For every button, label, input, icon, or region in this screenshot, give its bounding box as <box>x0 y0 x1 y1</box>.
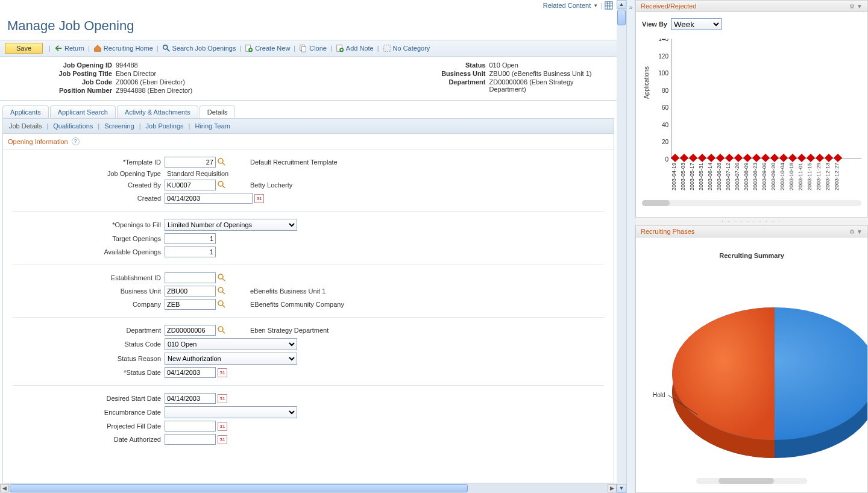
created-by-input[interactable] <box>165 180 216 190</box>
gear-icon[interactable]: ⚙ ▼ <box>849 228 863 235</box>
business-unit-label: Business Unit <box>309 70 489 77</box>
svg-rect-12 <box>302 47 306 52</box>
panel-recruiting-phases-header: Recruiting Phases ⚙ ▼ <box>635 225 868 237</box>
scroll-up-arrow[interactable]: ▲ <box>617 0 626 9</box>
lookup-icon[interactable] <box>218 326 226 334</box>
business-unit-form-label: Business Unit <box>8 287 165 295</box>
position-number-label: Position Number <box>7 87 116 94</box>
status-date-input[interactable] <box>165 367 216 378</box>
status-date-label: *Status Date <box>8 369 165 376</box>
created-label: Created <box>8 195 165 202</box>
scroll-right-arrow[interactable]: ▶ <box>608 484 617 492</box>
no-category-link[interactable]: No Category <box>383 44 430 52</box>
panel-resize-handle[interactable]: · · · · · · · · · · <box>635 218 868 225</box>
business-unit-input[interactable] <box>165 286 216 297</box>
recruiting-home-link[interactable]: Recruiting Home <box>93 44 153 52</box>
target-openings-label: Target Openings <box>8 235 165 242</box>
chart1-plot-area <box>671 39 861 159</box>
lookup-icon[interactable] <box>218 300 226 309</box>
create-new-icon <box>245 44 253 52</box>
lookup-icon[interactable] <box>218 158 226 166</box>
hscroll-thumb[interactable] <box>10 484 468 492</box>
encumbrance-select[interactable] <box>165 406 297 418</box>
subtab-qualifications[interactable]: Qualifications <box>53 122 93 130</box>
available-openings-input[interactable] <box>165 246 216 257</box>
collapse-panel-icon[interactable]: » <box>629 4 632 11</box>
tab-applicant-search[interactable]: Applicant Search <box>50 105 116 118</box>
scroll-left-arrow[interactable]: ◀ <box>0 484 9 492</box>
search-job-openings-link[interactable]: Search Job Openings <box>162 44 236 52</box>
save-button[interactable]: Save <box>5 43 43 54</box>
calendar-icon[interactable]: 31 <box>218 435 227 444</box>
grid-icon[interactable] <box>605 1 613 10</box>
return-link[interactable]: Return <box>54 44 84 52</box>
lookup-icon[interactable] <box>218 181 226 189</box>
status-reason-select[interactable]: New Authorization <box>165 353 297 365</box>
help-icon[interactable]: ? <box>72 137 80 145</box>
home-icon <box>93 44 102 52</box>
page-title: Manage Job Opening <box>0 11 617 40</box>
return-arrow-icon <box>54 44 63 52</box>
chart2-hscroll[interactable] <box>696 478 807 484</box>
create-new-link[interactable]: Create New <box>245 44 290 52</box>
scroll-thumb[interactable] <box>617 10 626 25</box>
subtab-hiring-team[interactable]: Hiring Team <box>195 122 230 130</box>
tab-activity-attachments[interactable]: Activity & Attachments <box>117 105 198 118</box>
add-note-icon <box>336 44 344 52</box>
scroll-down-arrow[interactable]: ▼ <box>617 484 626 493</box>
related-content-link[interactable]: Related Content <box>543 2 591 9</box>
clone-link[interactable]: Clone <box>299 44 327 52</box>
openings-to-fill-select[interactable]: Limited Number of Openings <box>165 219 297 231</box>
calendar-icon[interactable]: 31 <box>218 422 227 431</box>
chart1-data-points <box>672 155 861 162</box>
applications-chart: Applications 020406080100120140 2003-04-… <box>642 39 861 195</box>
subtab-job-postings[interactable]: Job Postings <box>146 122 184 130</box>
calendar-icon[interactable]: 31 <box>218 394 227 403</box>
panel2-title: Recruiting Phases <box>641 228 694 235</box>
subtab-screening[interactable]: Screening <box>104 122 134 130</box>
department-value: ZD00000006 (Eben Strategy Department) <box>489 78 610 93</box>
gear-icon[interactable]: ⚙ ▼ <box>849 3 863 10</box>
lookup-icon[interactable] <box>218 287 226 295</box>
created-by-label: Created By <box>8 181 165 189</box>
target-openings-input[interactable] <box>165 233 216 244</box>
created-input[interactable] <box>165 193 253 204</box>
svg-line-29 <box>222 331 225 333</box>
establishment-id-input[interactable] <box>165 272 216 283</box>
status-reason-label: Status Reason <box>8 355 165 362</box>
department-input[interactable] <box>165 325 216 336</box>
chevron-down-icon[interactable]: ▼ <box>593 3 598 8</box>
job-opening-type-label: Job Opening Type <box>8 170 165 177</box>
job-opening-id-label: Job Opening ID <box>7 61 116 69</box>
date-authorized-label: Date Authorized <box>8 436 165 443</box>
company-input[interactable] <box>165 299 216 310</box>
lookup-icon[interactable] <box>218 274 226 282</box>
calendar-icon[interactable]: 31 <box>218 368 227 377</box>
add-note-link[interactable]: Add Note <box>336 44 374 52</box>
main-vertical-scrollbar[interactable]: ▲ ▼ <box>617 0 626 493</box>
projected-fill-input[interactable] <box>165 421 216 432</box>
horizontal-scrollbar[interactable]: ◀ ▶ <box>0 483 617 493</box>
status-code-select[interactable]: 010 Open <box>165 338 297 350</box>
desired-start-label: Desired Start Date <box>8 395 165 402</box>
svg-rect-0 <box>605 2 612 9</box>
tab-applicants[interactable]: Applicants <box>2 105 49 118</box>
business-unit-desc: eBenefits Business Unit 1 <box>250 287 326 295</box>
job-code-label: Job Code <box>7 78 116 86</box>
business-unit-value: ZBU00 (eBenefits Business Unit 1) <box>489 70 610 77</box>
calendar-icon[interactable]: 31 <box>254 194 264 203</box>
view-by-select[interactable]: Week <box>671 18 722 30</box>
job-posting-title-value: Eben Director <box>116 70 309 77</box>
template-id-input[interactable] <box>165 157 216 168</box>
tab-details[interactable]: Details <box>200 105 236 118</box>
department-form-label: Department <box>8 327 165 334</box>
subtab-job-details[interactable]: Job Details <box>9 122 42 130</box>
panel-received-rejected-header: Received/Rejected ⚙ ▼ <box>635 0 868 12</box>
svg-point-20 <box>218 181 223 186</box>
svg-rect-17 <box>383 45 390 52</box>
chart1-hscroll[interactable] <box>642 200 861 206</box>
job-opening-type-value: Standard Requisition <box>165 170 228 177</box>
desired-start-input[interactable] <box>165 393 216 404</box>
template-id-label: *Template ID <box>8 159 165 166</box>
date-authorized-input[interactable] <box>165 434 216 445</box>
